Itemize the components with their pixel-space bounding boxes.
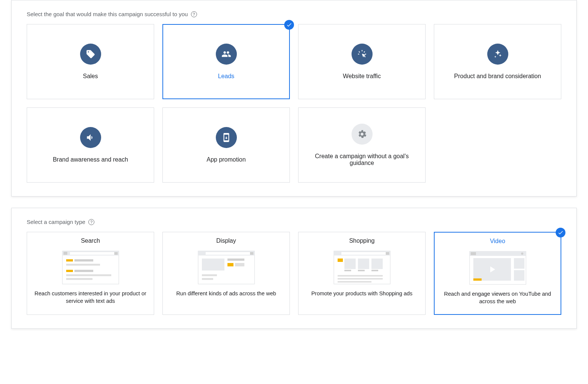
svg-rect-37 bbox=[470, 251, 526, 256]
goal-label: App promotion bbox=[206, 156, 246, 163]
svg-rect-5 bbox=[66, 259, 73, 262]
checkmark-icon bbox=[556, 228, 565, 237]
svg-rect-32 bbox=[371, 270, 378, 271]
help-icon[interactable]: ? bbox=[191, 11, 197, 17]
goals-heading-row: Select the goal that would make this cam… bbox=[27, 11, 561, 17]
svg-rect-14 bbox=[206, 252, 250, 255]
type-title: Display bbox=[216, 237, 236, 244]
svg-rect-20 bbox=[202, 274, 217, 276]
svg-rect-7 bbox=[66, 264, 100, 266]
goals-heading: Select the goal that would make this cam… bbox=[27, 11, 188, 17]
video-thumb-icon bbox=[466, 248, 530, 286]
type-desc: Promote your products with Shopping ads bbox=[311, 290, 412, 298]
svg-rect-30 bbox=[344, 270, 351, 271]
type-card-display[interactable]: Display Run different kinds of ads acros… bbox=[162, 232, 290, 315]
svg-rect-24 bbox=[341, 252, 386, 255]
svg-rect-2 bbox=[64, 252, 67, 255]
svg-rect-31 bbox=[358, 270, 365, 271]
goal-card-product-brand-consideration[interactable]: Product and brand consideration bbox=[434, 24, 561, 99]
goal-card-leads[interactable]: Leads bbox=[162, 24, 290, 99]
goals-grid: Sales Leads Website traffic Product and … bbox=[27, 24, 561, 183]
svg-rect-21 bbox=[202, 278, 213, 280]
help-icon[interactable]: ? bbox=[88, 219, 94, 225]
goal-card-sales[interactable]: Sales bbox=[27, 24, 154, 99]
goal-card-brand-awareness[interactable]: Brand awareness and reach bbox=[27, 107, 154, 183]
svg-point-39 bbox=[521, 252, 523, 255]
svg-rect-10 bbox=[66, 274, 111, 276]
svg-rect-11 bbox=[66, 278, 92, 280]
display-thumb-icon bbox=[194, 248, 258, 286]
goal-card-website-traffic[interactable]: Website traffic bbox=[298, 24, 426, 99]
type-card-video[interactable]: Video Reach and engage viewers on YouTub… bbox=[434, 232, 561, 315]
goals-panel: Select the goal that would make this cam… bbox=[11, 0, 577, 197]
svg-rect-9 bbox=[74, 270, 93, 272]
checkmark-icon bbox=[284, 20, 294, 30]
search-thumb-icon bbox=[59, 248, 123, 286]
goal-label: Create a campaign without a goal's guida… bbox=[305, 153, 419, 166]
goal-label: Website traffic bbox=[343, 73, 381, 80]
gear-icon bbox=[352, 124, 373, 145]
svg-rect-33 bbox=[338, 275, 383, 277]
svg-rect-43 bbox=[514, 258, 524, 269]
type-desc: Reach and engage viewers on YouTube and … bbox=[441, 290, 554, 305]
shopping-thumb-icon bbox=[330, 248, 394, 286]
svg-rect-6 bbox=[74, 259, 93, 262]
goal-label: Leads bbox=[218, 73, 235, 80]
svg-rect-17 bbox=[227, 259, 244, 261]
type-card-shopping[interactable]: Shopping bbox=[298, 232, 426, 315]
svg-rect-8 bbox=[66, 270, 73, 272]
svg-rect-3 bbox=[70, 252, 114, 255]
svg-rect-26 bbox=[338, 259, 343, 262]
goal-label: Brand awareness and reach bbox=[53, 156, 128, 163]
svg-rect-29 bbox=[371, 259, 383, 269]
goal-card-no-goal[interactable]: Create a campaign without a goal's guida… bbox=[298, 107, 426, 183]
svg-rect-35 bbox=[338, 281, 371, 283]
types-grid: Search Reach customers interes bbox=[27, 232, 561, 315]
people-icon bbox=[216, 44, 237, 65]
cursor-click-icon bbox=[352, 44, 373, 65]
svg-rect-28 bbox=[358, 259, 369, 269]
svg-rect-16 bbox=[202, 259, 224, 271]
campaign-type-panel: Select a campaign type ? Search bbox=[11, 208, 577, 329]
svg-rect-42 bbox=[473, 278, 482, 281]
megaphone-icon bbox=[80, 127, 101, 148]
types-heading-row: Select a campaign type ? bbox=[27, 219, 561, 225]
svg-rect-15 bbox=[250, 252, 253, 255]
svg-rect-27 bbox=[344, 259, 356, 269]
svg-rect-4 bbox=[114, 252, 118, 255]
svg-rect-38 bbox=[471, 252, 476, 255]
types-heading: Select a campaign type bbox=[27, 219, 85, 225]
goal-label: Product and brand consideration bbox=[454, 73, 541, 80]
goal-label: Sales bbox=[83, 73, 98, 80]
type-title: Search bbox=[81, 237, 100, 244]
svg-rect-34 bbox=[338, 278, 383, 280]
type-title: Video bbox=[490, 238, 505, 245]
type-desc: Run different kinds of ads across the we… bbox=[176, 290, 276, 298]
type-card-search[interactable]: Search Reach customers interes bbox=[27, 232, 154, 315]
goal-card-app-promotion[interactable]: App promotion bbox=[162, 107, 290, 183]
svg-rect-25 bbox=[386, 252, 389, 255]
svg-rect-44 bbox=[514, 270, 524, 281]
type-title: Shopping bbox=[349, 237, 375, 244]
svg-rect-19 bbox=[235, 263, 244, 266]
type-desc: Reach customers interested in your produ… bbox=[34, 290, 147, 305]
svg-rect-18 bbox=[227, 263, 233, 266]
sparkle-icon bbox=[487, 44, 508, 65]
phone-download-icon bbox=[216, 127, 237, 148]
tag-icon bbox=[80, 44, 101, 65]
